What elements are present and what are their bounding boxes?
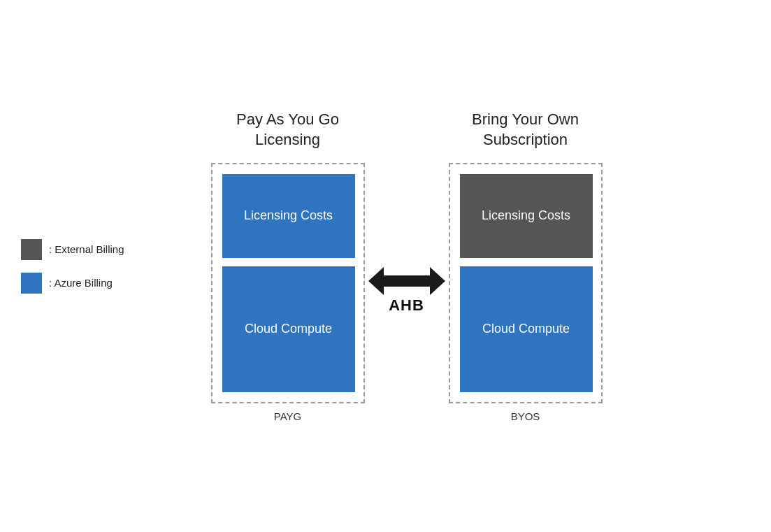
byos-title: Bring Your OwnSubscription (472, 110, 579, 150)
byos-licensing-block: Licensing Costs (460, 174, 593, 258)
byos-column: Bring Your OwnSubscription Licensing Cos… (449, 110, 603, 422)
ahb-label: AHB (389, 296, 424, 315)
byos-label: BYOS (511, 410, 540, 422)
legend: : External Billing : Azure Billing (21, 239, 124, 294)
diagrams-row: Pay As You GoLicensing Licensing Costs C… (211, 110, 603, 422)
main-container: : External Billing : Azure Billing Pay A… (0, 0, 771, 532)
byos-dashed-box: Licensing Costs Cloud Compute (449, 163, 603, 403)
payg-licensing-block: Licensing Costs (222, 174, 355, 258)
legend-box-azure (21, 273, 42, 294)
legend-label-external: : External Billing (49, 243, 124, 255)
legend-label-azure: : Azure Billing (49, 277, 113, 289)
legend-item-external: : External Billing (21, 239, 124, 260)
payg-title: Pay As You GoLicensing (236, 110, 339, 150)
legend-item-azure: : Azure Billing (21, 273, 124, 294)
payg-dashed-box: Licensing Costs Cloud Compute (211, 163, 365, 403)
ahb-arrow-svg (368, 260, 445, 302)
ahb-arrow-container: AHB (365, 260, 449, 315)
svg-marker-0 (368, 267, 445, 295)
byos-cloud-block: Cloud Compute (460, 266, 593, 392)
payg-cloud-block: Cloud Compute (222, 266, 355, 392)
ahb-arrow-inner: AHB (368, 260, 445, 315)
legend-box-external (21, 239, 42, 260)
payg-label: PAYG (274, 410, 301, 422)
payg-column: Pay As You GoLicensing Licensing Costs C… (211, 110, 365, 422)
